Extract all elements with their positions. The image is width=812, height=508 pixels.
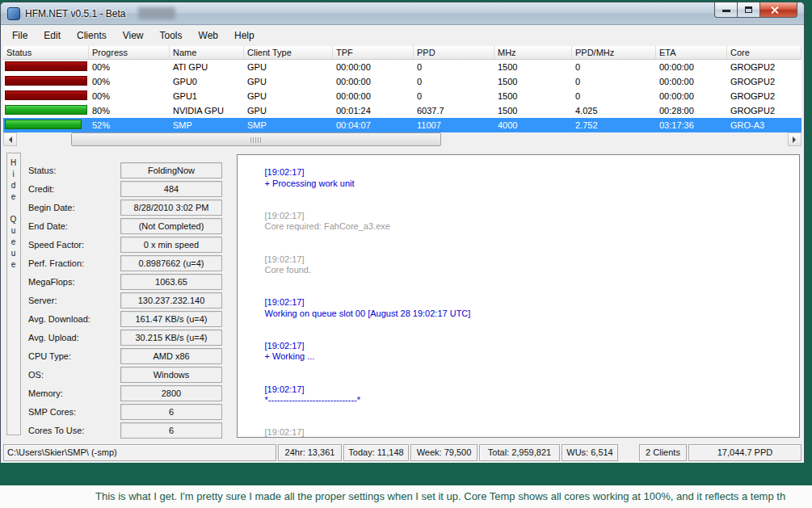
menu-item[interactable]: Clients: [69, 27, 115, 44]
cell-client-type: SMP: [244, 118, 333, 132]
cell-name: GPU0: [170, 74, 244, 89]
scroll-track[interactable]: [17, 132, 788, 146]
column-header[interactable]: ETA: [656, 46, 727, 59]
queue-field-value: (Not Completed): [120, 218, 222, 234]
log-line: [19:02:17] Core found.: [240, 243, 799, 287]
menu-item[interactable]: Tools: [152, 27, 191, 44]
close-button[interactable]: [760, 2, 797, 18]
forum-strip: This is what I get. I'm pretty sure I ma…: [0, 485, 812, 508]
queue-field-label: End Date:: [28, 221, 68, 231]
cell-ppd: 0: [414, 89, 494, 103]
log-line: [19:02:17] *----------------------------…: [240, 373, 799, 417]
queue-field-value: 8/28/2010 3:02 PM: [120, 199, 222, 216]
cell-ppd-mhz: 0: [572, 89, 656, 103]
status-progress-bar: [5, 120, 82, 129]
column-header[interactable]: Name: [170, 46, 244, 59]
scroll-left-button[interactable]: [3, 132, 17, 146]
queue-field-value: 6: [120, 404, 222, 420]
log-panel[interactable]: [19:02:17] + Processing work unit [19:02…: [237, 154, 800, 438]
cell-tpf: 00:00:00: [333, 60, 414, 74]
table-row[interactable]: 00% GPU1 GPU 00:00:00 0 1500 0 00:00:00 …: [3, 89, 801, 103]
column-header[interactable]: TPF: [333, 46, 414, 59]
log-message: Core found.: [265, 265, 311, 275]
cell-eta: 00:00:00: [656, 60, 727, 74]
cell-client-type: GPU: [244, 103, 333, 118]
grid-header: Status Progress Name Client Type TPF PPD…: [3, 46, 801, 60]
menu-item[interactable]: Web: [191, 27, 226, 44]
table-row[interactable]: 80% NVIDIA GPU GPU 00:01:24 6037.7 1500 …: [3, 103, 801, 118]
cell-core: GROGPU2: [727, 74, 801, 89]
titlebar[interactable]: HFM.NET v0.5.1 - Beta: [1, 2, 804, 25]
queue-field: Avg. Download: 161.47 KB/s (u=4): [28, 309, 222, 328]
statusbar-segment: Today: 11,148: [343, 444, 409, 461]
queue-field: SMP Cores: 6: [28, 402, 222, 421]
queue-field-label: Status:: [28, 166, 56, 175]
column-header[interactable]: Core: [727, 46, 801, 59]
hide-queue-button[interactable]: Hide Queue: [6, 153, 21, 435]
queue-field-value: 0.8987662 (u=4): [120, 255, 222, 271]
log-line: [19:02:17] Working on queue slot 00 [Aug…: [240, 287, 799, 330]
log-message: Working on queue slot 00 [August 28 19:0…: [265, 309, 471, 318]
table-row[interactable]: 00% GPU0 GPU 00:00:00 0 1500 0 00:00:00 …: [3, 74, 801, 89]
queue-field-label: SMP Cores:: [28, 407, 76, 417]
queue-field: Status: FoldingNow: [28, 161, 222, 179]
statusbar-segment: 24hr: 13,361: [278, 444, 342, 461]
cell-core: GRO-A3: [727, 118, 801, 132]
log-timestamp: [19:02:17]: [265, 384, 305, 394]
queue-field: Avg. Upload: 30.215 KB/s (u=4): [28, 328, 222, 346]
window-title: HFM.NET v0.5.1 - Beta: [25, 8, 125, 19]
cell-progress: 52%: [89, 118, 170, 132]
cell-progress: 00%: [89, 74, 170, 89]
scroll-right-button[interactable]: [788, 132, 801, 146]
column-header[interactable]: MHz: [494, 46, 572, 59]
scroll-thumb[interactable]: [71, 132, 441, 146]
cell-tpf: 00:00:00: [333, 89, 414, 103]
log-timestamp: [19:02:17]: [265, 341, 305, 351]
log-timestamp: [19:02:17]: [265, 297, 305, 307]
client-grid: Status Progress Name Client Type TPF PPD…: [3, 46, 801, 132]
queue-field: Speed Factor: 0 x min speed: [28, 235, 222, 254]
statusbar-segment: 17,044.7 PPD: [688, 444, 801, 461]
menu-item[interactable]: File: [4, 27, 36, 44]
statusbar-segment: C:\Users\Skier\SMP\ (-smp): [3, 444, 276, 461]
cell-ppd-mhz: 0: [572, 74, 656, 89]
cell-ppd-mhz: 4.025: [572, 103, 656, 118]
queue-field-value: 6: [120, 422, 222, 439]
cell-core: GROGPU2: [727, 103, 801, 118]
column-header[interactable]: Progress: [89, 46, 170, 59]
main-panel: Hide Queue Status: FoldingNow Credit: 48…: [1, 146, 804, 443]
column-header[interactable]: Client Type: [244, 46, 333, 59]
cell-name: ATI GPU: [170, 60, 244, 74]
menu-item[interactable]: Help: [226, 27, 263, 44]
status-cell: [3, 118, 89, 132]
queue-field: Credit: 484: [28, 179, 222, 198]
menu-item[interactable]: View: [115, 27, 152, 44]
statusbar-segment: Total: 2,959,821: [479, 444, 560, 461]
statusbar-right: 2 Clients 17,044.7 PPD: [639, 444, 801, 461]
queue-panel: Status: FoldingNow Credit: 484 Begin Dat…: [28, 161, 222, 439]
table-row[interactable]: 00% ATI GPU GPU 00:00:00 0 1500 0 00:00:…: [3, 60, 801, 74]
queue-field-label: Speed Factor:: [28, 240, 84, 250]
minimize-button[interactable]: [714, 2, 738, 18]
column-header[interactable]: Status: [3, 46, 89, 59]
table-row[interactable]: 52% SMP SMP 00:04:07 11007 4000 2.752 03…: [3, 118, 801, 132]
cell-tpf: 00:00:00: [333, 74, 414, 89]
cell-mhz: 4000: [494, 118, 572, 132]
menu-item[interactable]: Edit: [36, 27, 69, 44]
column-header[interactable]: PPD: [414, 46, 494, 59]
queue-field-value: 30.215 KB/s (u=4): [120, 330, 222, 346]
status-cell: [3, 74, 89, 89]
column-header[interactable]: PPD/MHz: [572, 46, 656, 59]
queue-field: Perf. Fraction: 0.8987662 (u=4): [28, 254, 222, 272]
queue-field: CPU Type: AMD x86: [28, 346, 222, 365]
maximize-button[interactable]: [738, 2, 760, 18]
log-message: Core required: FahCore_a3.exe: [265, 221, 390, 231]
queue-field-value: 2800: [120, 385, 222, 401]
cell-mhz: 1500: [494, 89, 572, 103]
forum-text: This is what I get. I'm pretty sure I ma…: [0, 485, 812, 508]
cell-tpf: 00:01:24: [333, 103, 414, 118]
status-cell: [3, 89, 89, 103]
grid-body: 00% ATI GPU GPU 00:00:00 0 1500 0 00:00:…: [3, 60, 801, 132]
cell-ppd: 0: [414, 60, 494, 74]
scroll-grip-icon: [250, 137, 262, 143]
